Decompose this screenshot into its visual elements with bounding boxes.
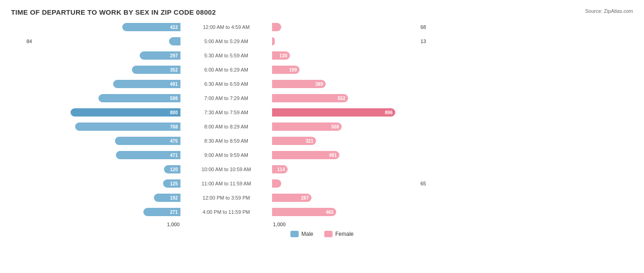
left-bar-container	[34, 37, 180, 45]
left-section: 352	[11, 66, 180, 74]
male-bar-value: 475	[170, 139, 178, 144]
female-bar: 508	[272, 123, 342, 131]
female-bar: 552	[272, 94, 348, 102]
time-label: 12:00 AM to 4:59 AM	[180, 24, 272, 30]
right-bar-container: 130	[272, 51, 419, 60]
right-bar-container	[272, 179, 419, 188]
right-bar-container: 465	[272, 208, 419, 216]
table-row: 471 9:00 AM to 9:59 AM 491	[11, 149, 633, 162]
male-bar: 598	[98, 94, 180, 102]
female-bar	[272, 179, 281, 188]
male-bar	[169, 37, 180, 45]
time-label: 6:00 AM to 6:29 AM	[180, 67, 272, 72]
left-section: 800	[11, 108, 180, 117]
legend-box-female	[324, 231, 333, 237]
male-bar: 297	[140, 51, 180, 60]
time-label: 7:00 AM to 7:29 AM	[180, 95, 272, 101]
legend-female-label: Female	[335, 231, 354, 237]
right-section: 68	[272, 23, 442, 31]
male-bar-value: 192	[170, 195, 178, 201]
right-section: 130	[272, 51, 442, 60]
chart-container: TIME OF DEPARTURE TO WORK BY SEX IN ZIP …	[0, 0, 644, 273]
female-bar-value: 199	[289, 67, 297, 72]
left-section: 471	[11, 151, 180, 159]
time-label: 12:00 PM to 3:59 PM	[180, 195, 272, 201]
legend-box-male	[290, 231, 299, 237]
table-row: 271 4:00 PM to 11:59 PM 465	[11, 206, 633, 218]
male-bar-value: 125	[170, 181, 178, 186]
female-bar-value: 130	[279, 53, 287, 58]
legend-item-female: Female	[324, 231, 354, 237]
time-label: 8:30 AM to 8:59 AM	[180, 138, 272, 144]
right-bar-container: 114	[272, 165, 419, 173]
table-row: 192 12:00 PM to 3:59 PM 287	[11, 191, 633, 204]
female-bar: 130	[272, 51, 290, 60]
table-row: 800 7:30 AM to 7:59 AM 896	[11, 106, 633, 119]
male-bar-value: 120	[170, 167, 178, 172]
right-bar-container: 552	[272, 94, 419, 102]
male-value: 84	[18, 39, 32, 44]
female-bar-value: 321	[306, 139, 313, 144]
female-bar: 287	[272, 194, 311, 202]
right-bar-container	[272, 23, 419, 31]
right-bar-container: 491	[272, 151, 419, 159]
male-bar: 192	[154, 194, 180, 202]
female-bar-value: 114	[277, 167, 285, 172]
left-section: 475	[11, 137, 180, 145]
right-section: 287	[272, 194, 442, 202]
right-section: 65	[272, 179, 442, 188]
left-bar-container: 297	[34, 51, 180, 60]
female-bar: 491	[272, 151, 339, 159]
female-value: 13	[420, 39, 434, 44]
male-bar-value: 471	[170, 153, 178, 158]
table-row: 491 6:30 AM to 6:59 AM 389	[11, 78, 633, 90]
time-label: 5:30 AM to 5:59 AM	[180, 53, 272, 58]
left-section: 768	[11, 123, 180, 131]
male-bar-value: 800	[170, 110, 178, 115]
female-bar: 321	[272, 137, 316, 145]
table-row: 598 7:00 AM to 7:29 AM 552	[11, 92, 633, 105]
male-bar: 422	[122, 23, 180, 31]
time-label: 11:00 AM to 11:59 AM	[180, 181, 272, 186]
male-bar-value: 422	[170, 25, 178, 30]
left-section: 271	[11, 208, 180, 216]
source-label: Source: ZipAtlas.com	[585, 8, 633, 14]
time-label: 9:00 AM to 9:59 AM	[180, 152, 272, 158]
table-row: 422 12:00 AM to 4:59 AM 68	[11, 21, 633, 33]
female-bar-value: 508	[331, 124, 339, 129]
right-bar-container	[272, 37, 419, 45]
right-section: 13	[272, 37, 442, 45]
table-row: 125 11:00 AM to 11:59 AM 65	[11, 177, 633, 190]
table-row: 768 8:00 AM to 8:29 AM 508	[11, 120, 633, 133]
right-bar-container: 896	[272, 108, 419, 117]
time-label: 8:00 AM to 8:29 AM	[180, 124, 272, 129]
female-bar-value: 552	[338, 96, 345, 101]
axis-right-label: 1,000	[273, 222, 286, 227]
time-label: 5:00 AM to 5:29 AM	[180, 39, 272, 44]
left-bar-container: 475	[34, 137, 180, 145]
female-bar	[272, 37, 275, 45]
male-bar: 471	[116, 151, 180, 159]
time-label: 4:00 PM to 11:59 PM	[180, 209, 272, 215]
left-bar-container: 800	[34, 108, 180, 117]
left-bar-container: 352	[34, 66, 180, 74]
male-bar: 475	[115, 137, 180, 145]
left-section: 297	[11, 51, 180, 60]
left-section: 120	[11, 165, 180, 173]
female-value: 68	[420, 24, 434, 30]
female-value: 65	[420, 181, 434, 186]
left-section: 598	[11, 94, 180, 102]
legend-item-male: Male	[290, 231, 313, 237]
female-bar-value: 465	[326, 210, 333, 215]
left-section: 125	[11, 179, 180, 188]
axis-left: 1,000	[11, 222, 180, 227]
male-bar-value: 271	[170, 210, 178, 215]
time-label: 10:00 AM to 10:59 AM	[180, 167, 272, 172]
right-section: 389	[272, 80, 442, 88]
right-section: 321	[272, 137, 442, 145]
time-label: 6:30 AM to 6:59 AM	[180, 81, 272, 87]
male-bar: 800	[71, 108, 180, 117]
male-bar-value: 297	[170, 53, 178, 58]
female-bar-value: 287	[301, 195, 309, 201]
axis-row: 1,000 1,000	[11, 222, 633, 227]
